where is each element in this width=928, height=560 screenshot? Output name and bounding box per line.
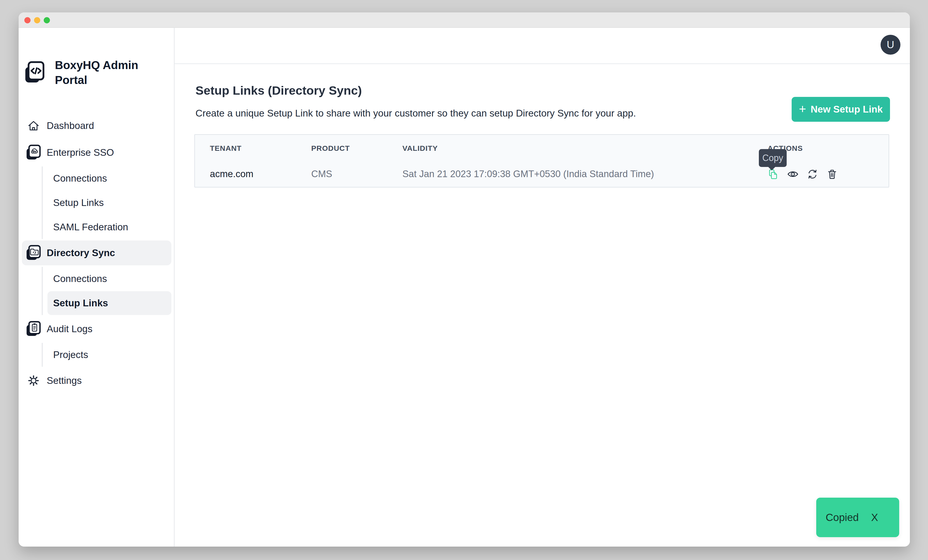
view-link-button[interactable] (787, 168, 798, 180)
trash-icon (826, 168, 838, 180)
plus-icon: + (799, 102, 806, 115)
gear-icon (26, 373, 41, 389)
tenant-cell: acme.com (195, 169, 311, 179)
eye-icon (787, 168, 798, 180)
keycap-folder-sync-icon (26, 245, 41, 261)
zoom-window-button[interactable] (44, 17, 50, 23)
keycap-cloud-key-icon (26, 145, 41, 160)
sidebar-item-label: Setup Links (53, 197, 104, 208)
sidebar-item-label: Enterprise SSO (47, 147, 114, 158)
sidebar-item-dsync-connections[interactable]: Connections (47, 267, 171, 291)
sidebar-item-dsync-setup-links[interactable]: Setup Links (47, 291, 171, 315)
minimize-window-button[interactable] (34, 17, 40, 23)
column-header-tenant: Tenant (195, 144, 311, 153)
close-icon: X (871, 511, 878, 523)
refresh-icon (807, 168, 818, 180)
sidebar-item-directory-sync[interactable]: Directory Sync (22, 241, 171, 266)
sidebar-item-sso-connections[interactable]: Connections (47, 166, 171, 190)
sidebar-item-label: SAML Federation (53, 221, 128, 232)
sidebar-item-projects[interactable]: Projects (47, 343, 171, 367)
sidebar-item-label: Dashboard (47, 120, 94, 131)
sidebar-item-label: Connections (53, 273, 107, 284)
toast-close-button[interactable]: X (871, 511, 878, 523)
regenerate-link-button[interactable] (807, 168, 818, 180)
delete-link-button[interactable] (826, 168, 838, 180)
boxyhq-logo-icon (24, 61, 44, 84)
sidebar-item-enterprise-sso[interactable]: Enterprise SSO (22, 140, 171, 165)
sidebar-item-dashboard[interactable]: Dashboard (22, 113, 171, 138)
new-setup-link-label: New Setup Link (810, 104, 882, 115)
home-icon (26, 118, 41, 134)
actions-cell (768, 168, 888, 180)
column-header-validity: Validity (402, 144, 768, 153)
sidebar-item-sso-setup-links[interactable]: Setup Links (47, 191, 171, 215)
sidebar-item-settings[interactable]: Settings (22, 368, 171, 393)
close-window-button[interactable] (24, 17, 31, 23)
sidebar-item-label: Connections (53, 173, 107, 184)
new-setup-link-button[interactable]: + New Setup Link (792, 97, 890, 122)
sidebar-item-saml-federation[interactable]: SAML Federation (47, 215, 171, 239)
directory-sync-sublist: Connections Setup Links (42, 267, 171, 315)
top-header-bar: U (175, 28, 910, 64)
tooltip-text: Copy (762, 153, 783, 163)
app-title: BoxyHQ Admin Portal (55, 58, 144, 87)
main-content: U Setup Links (Directory Sync) Create a … (175, 28, 910, 546)
avatar-initial: U (887, 39, 894, 51)
desktop: BoxyHQ Admin Portal Dashboard (0, 0, 928, 560)
sidebar-item-label: Directory Sync (47, 247, 115, 258)
page-description: Create a unique Setup Link to share with… (195, 108, 636, 119)
sidebar-nav: Dashboard Enterprise SSO (22, 113, 171, 393)
product-cell: CMS (311, 169, 402, 179)
app-brand: BoxyHQ Admin Portal (24, 58, 144, 87)
validity-cell: Sat Jan 21 2023 17:09:38 GMT+0530 (India… (402, 169, 768, 179)
app-window: BoxyHQ Admin Portal Dashboard (18, 12, 910, 546)
user-avatar[interactable]: U (881, 35, 901, 55)
sidebar-item-audit-logs[interactable]: Audit Logs (22, 316, 171, 341)
page-title: Setup Links (Directory Sync) (195, 84, 362, 98)
copied-toast: Copied X (816, 497, 899, 537)
copy-tooltip: Copy (759, 149, 787, 167)
sidebar-item-label: Audit Logs (47, 323, 92, 334)
sidebar-item-label: Setup Links (53, 298, 108, 308)
keycap-clipboard-icon (26, 321, 41, 337)
sidebar: BoxyHQ Admin Portal Dashboard (18, 28, 175, 546)
enterprise-sso-sublist: Connections Setup Links SAML Federation (42, 166, 171, 239)
column-header-product: Product (311, 144, 402, 153)
sidebar-item-label: Projects (53, 349, 88, 360)
audit-logs-sublist: Projects (42, 343, 171, 367)
toast-message: Copied (826, 511, 859, 523)
window-titlebar (18, 12, 910, 28)
sidebar-item-label: Settings (47, 375, 82, 386)
